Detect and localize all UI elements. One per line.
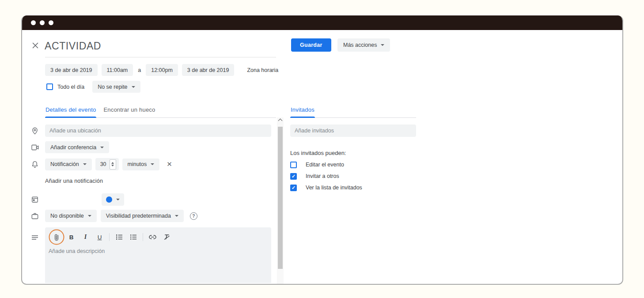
numbered-list-icon xyxy=(116,234,123,240)
video-camera-icon xyxy=(31,143,39,151)
clear-formatting-icon xyxy=(163,234,170,240)
bell-icon xyxy=(31,160,39,168)
close-icon xyxy=(32,42,39,49)
availability-label: No disponible xyxy=(50,213,84,219)
recurrence-select[interactable]: No se repite xyxy=(92,81,140,93)
notification-type-select[interactable]: Notificación xyxy=(45,158,92,170)
bold-icon: B xyxy=(69,234,74,241)
timezone-button[interactable]: Zona horaria xyxy=(244,67,281,74)
chevron-down-icon xyxy=(116,199,120,200)
notification-value: 30 xyxy=(100,161,106,167)
permission-row: Editar el evento xyxy=(290,159,362,170)
notification-unit-select[interactable]: minutos xyxy=(122,158,160,170)
permission-label: Editar el evento xyxy=(306,162,344,168)
left-panel-scrollbar[interactable] xyxy=(277,117,284,284)
location-icon xyxy=(31,127,39,135)
permission-label: Ver la lista de invitados xyxy=(306,185,362,191)
chevron-down-icon xyxy=(132,86,135,88)
attach-icon xyxy=(54,234,59,241)
visibility-select[interactable]: Visibilidad predeterminada xyxy=(101,210,184,222)
permission-checkbox[interactable] xyxy=(290,162,297,168)
underline-icon: U xyxy=(98,234,102,241)
bulleted-list-button[interactable] xyxy=(127,231,139,243)
permission-checkbox-checked[interactable]: ✓ xyxy=(290,173,297,180)
underline-button[interactable]: U xyxy=(94,231,106,243)
recurrence-label: No se repite xyxy=(98,84,127,90)
start-time-button[interactable]: 11:00am xyxy=(102,64,133,76)
browser-window: ACTIVIDAD Guardar Más acciones 3 de abr … xyxy=(21,15,623,285)
add-notification-link[interactable]: Añadir una notificación xyxy=(45,178,103,184)
insert-link-button[interactable] xyxy=(147,231,159,243)
window-titlebar xyxy=(21,15,623,30)
availability-select[interactable]: No disponible xyxy=(45,210,97,222)
datetime-separator: a xyxy=(137,67,142,73)
tab-event-details[interactable]: Detalles del evento xyxy=(45,106,96,117)
left-tabs: Detalles del evento Encontrar un hueco xyxy=(45,106,276,118)
permission-label: Invitar a otros xyxy=(306,173,339,179)
italic-button[interactable]: I xyxy=(80,231,91,243)
tab-find-slot[interactable]: Encontrar un hueco xyxy=(103,106,155,117)
more-actions-button[interactable]: Más acciones xyxy=(337,38,390,52)
notification-value-stepper[interactable]: 30 xyxy=(95,158,119,170)
chevron-down-icon xyxy=(175,215,178,217)
guest-permissions-list: Editar el evento✓Invitar a otros✓Ver la … xyxy=(290,159,362,193)
attach-button[interactable] xyxy=(49,231,63,243)
title-underline xyxy=(45,57,276,57)
description-placeholder: Añade una descripción xyxy=(49,248,105,254)
color-swatch xyxy=(106,196,112,203)
all-day-checkbox[interactable] xyxy=(46,83,53,90)
toolbar-divider xyxy=(143,233,143,241)
calendar-icon xyxy=(31,196,39,204)
all-day-label: Todo el día xyxy=(57,84,84,90)
tab-label: Detalles del evento xyxy=(45,106,96,113)
chevron-down-icon xyxy=(83,163,87,165)
notification-unit-label: minutos xyxy=(128,161,147,167)
add-conference-label: Añadir conferencia xyxy=(50,144,96,151)
description-toolbar: B I U xyxy=(49,231,173,243)
clear-formatting-button[interactable] xyxy=(161,231,173,243)
add-conference-select[interactable]: Añadir conferencia xyxy=(45,141,109,153)
guest-permissions-title: Los invitados pueden: xyxy=(290,150,346,156)
window-control-dot xyxy=(49,20,53,25)
more-actions-label: Más acciones xyxy=(343,42,377,48)
numbered-list-button[interactable] xyxy=(113,231,125,243)
tab-label: Invitados xyxy=(291,106,314,113)
page: ACTIVIDAD Guardar Más acciones 3 de abr … xyxy=(0,0,644,298)
remove-notification-button[interactable]: ✕ xyxy=(165,159,174,169)
event-title-input[interactable]: ACTIVIDAD xyxy=(45,40,101,52)
permission-row: ✓Ver la lista de invitados xyxy=(290,182,362,193)
start-date-button[interactable]: 3 de abr de 2019 xyxy=(45,64,98,76)
close-button[interactable] xyxy=(31,41,40,50)
tab-label: Encontrar un hueco xyxy=(103,106,155,113)
event-color-select[interactable] xyxy=(102,193,124,206)
tab-guests[interactable]: Invitados xyxy=(290,106,315,117)
visibility-label: Visibilidad predeterminada xyxy=(106,213,171,219)
active-tab-indicator xyxy=(45,117,96,118)
bold-button[interactable]: B xyxy=(65,231,77,243)
help-icon[interactable]: ? xyxy=(190,212,197,220)
scroll-up-button[interactable] xyxy=(277,117,284,124)
chevron-down-icon xyxy=(381,44,384,46)
italic-icon: I xyxy=(84,234,87,241)
stepper-arrows-icon[interactable] xyxy=(110,159,116,170)
bulleted-list-icon xyxy=(130,234,137,240)
chevron-down-icon xyxy=(100,147,104,148)
save-button[interactable]: Guardar xyxy=(291,38,331,52)
end-date-button[interactable]: 3 de abr de 2019 xyxy=(182,64,235,76)
close-icon: ✕ xyxy=(167,160,172,168)
permission-checkbox-checked[interactable]: ✓ xyxy=(290,185,297,191)
guests-input[interactable] xyxy=(290,124,416,137)
location-input[interactable] xyxy=(45,124,271,137)
window-control-dot xyxy=(40,20,45,25)
end-time-button[interactable]: 12:00pm xyxy=(146,64,178,76)
toolbar-divider xyxy=(109,233,110,241)
chevron-down-icon xyxy=(151,163,154,165)
right-tabs: Invitados xyxy=(290,106,416,118)
briefcase-icon xyxy=(31,212,39,220)
window-control-dot xyxy=(31,20,36,25)
active-tab-indicator xyxy=(290,117,315,118)
availability-row: No disponible Visibilidad predeterminada… xyxy=(45,210,197,222)
description-area[interactable]: B I U xyxy=(45,227,271,283)
notification-row: Notificación 30 minutos ✕ xyxy=(45,158,174,170)
scrollbar-thumb[interactable] xyxy=(278,127,283,269)
